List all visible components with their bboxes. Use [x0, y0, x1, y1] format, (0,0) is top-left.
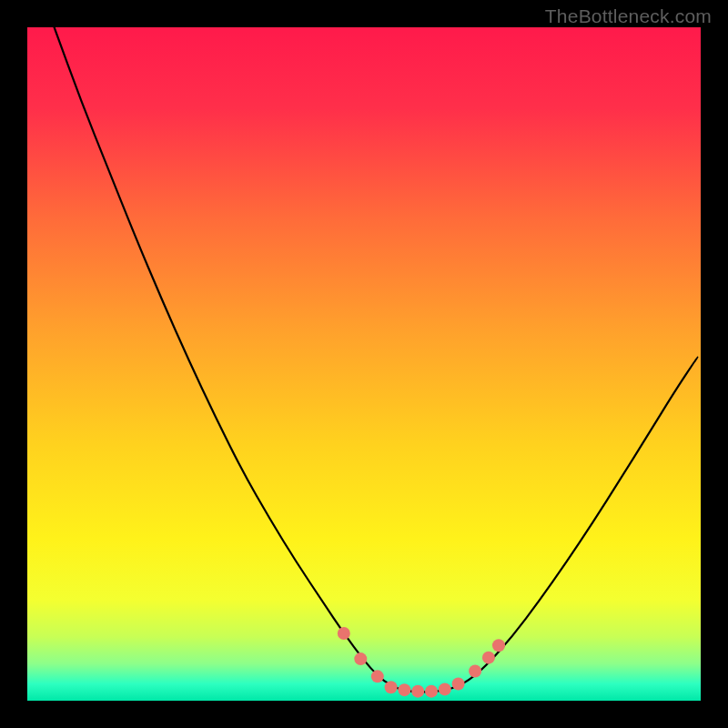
curve-marker	[452, 678, 465, 691]
chart-svg	[27, 27, 701, 701]
chart-background-gradient	[27, 27, 701, 701]
curve-marker	[371, 670, 384, 682]
curve-marker	[338, 627, 350, 640]
curve-marker	[398, 683, 410, 696]
curve-marker	[411, 685, 424, 698]
curve-marker	[439, 682, 451, 695]
chart-frame: TheBottleneck.com	[0, 0, 728, 728]
watermark-label: TheBottleneck.com	[545, 5, 712, 27]
curve-marker	[492, 639, 505, 652]
curve-marker	[469, 664, 481, 677]
curve-marker	[354, 652, 367, 665]
curve-marker	[385, 681, 398, 693]
curve-marker	[425, 685, 438, 698]
chart-plot-area	[27, 27, 701, 701]
curve-marker	[482, 652, 495, 664]
